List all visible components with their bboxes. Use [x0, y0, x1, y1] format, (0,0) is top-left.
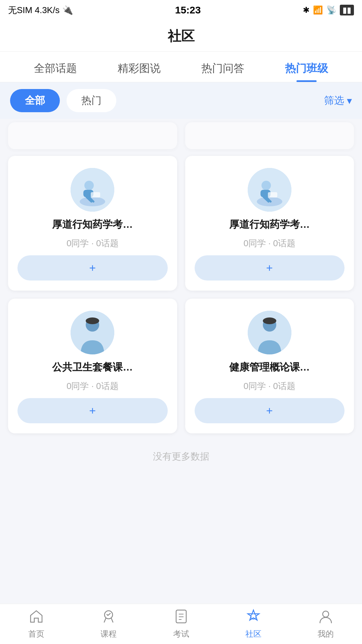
card-join-btn-2[interactable]: + — [17, 398, 168, 423]
class-card-3[interactable]: 健康管理概论课… 0同学 · 0话题 + — [185, 299, 354, 433]
cards-grid: 厚道行知药学考… 0同学 · 0话题 + 厚道行知药学考… 0同学 · 0话题 … — [0, 149, 362, 443]
card-join-btn-1[interactable]: + — [195, 255, 345, 281]
plus-icon-2: + — [89, 404, 96, 417]
card-meta-1: 0同学 · 0话题 — [243, 238, 295, 249]
chevron-down-icon: ▾ — [347, 95, 352, 106]
tab-featured-pics[interactable]: 精彩图说 — [97, 52, 181, 82]
card-avatar-0 — [71, 168, 114, 212]
card-meta-3: 0同学 · 0话题 — [243, 380, 295, 392]
home-icon — [29, 609, 44, 627]
filter-bar: 全部 热门 筛选 ▾ — [0, 82, 362, 119]
card-title-2: 公共卫生套餐课… — [52, 360, 133, 374]
svg-point-19 — [263, 317, 276, 324]
svg-point-16 — [86, 317, 99, 324]
page-title: 社区 — [0, 27, 362, 45]
nav-courses[interactable]: 课程 — [72, 605, 145, 643]
nav-mine[interactable]: 我的 — [290, 605, 362, 643]
svg-rect-11 — [268, 192, 277, 198]
plus-icon-3: + — [266, 404, 273, 417]
courses-icon — [101, 609, 116, 627]
plus-icon-0: + — [89, 261, 96, 274]
signal-icon: 📶 — [313, 5, 323, 15]
nav-courses-label: 课程 — [100, 629, 117, 639]
card-title-3: 健康管理概论课… — [229, 360, 310, 374]
tabs-bar: 全部话题 精彩图说 热门问答 热门班级 — [0, 52, 362, 82]
nav-community[interactable]: 社区 — [217, 605, 289, 643]
tab-all-topics[interactable]: 全部话题 — [13, 52, 97, 82]
nav-exam-label: 考试 — [173, 629, 189, 639]
card-meta-0: 0同学 · 0话题 — [67, 238, 119, 249]
carrier-text: 无SIM 4.3K/s — [8, 4, 59, 16]
nav-community-label: 社区 — [245, 629, 262, 639]
class-card-1[interactable]: 厚道行知药学考… 0同学 · 0话题 + — [185, 156, 354, 291]
bottom-nav: 首页 课程 考试 社区 — [0, 604, 362, 644]
class-card-2[interactable]: 公共卫生套餐课… 0同学 · 0话题 + — [8, 299, 177, 433]
card-title-1: 厚道行知药学考… — [229, 218, 310, 231]
filter-all-btn[interactable]: 全部 — [10, 89, 60, 112]
status-time: 15:23 — [175, 4, 201, 16]
tab-hot-class[interactable]: 热门班级 — [265, 52, 349, 82]
filter-label: 筛选 — [324, 94, 344, 108]
nav-mine-label: 我的 — [318, 629, 334, 639]
card-join-btn-0[interactable]: + — [17, 255, 168, 281]
nav-home[interactable]: 首页 — [0, 605, 72, 643]
usb-icon: 🔌 — [62, 5, 73, 15]
community-icon — [246, 609, 261, 627]
exam-icon — [173, 609, 189, 627]
card-partial-right — [185, 122, 354, 149]
plus-icon-1: + — [266, 261, 273, 274]
nav-exam[interactable]: 考试 — [145, 605, 217, 643]
battery-icon: ▮▮ — [340, 5, 354, 15]
wifi-icon: 📡 — [326, 5, 336, 15]
svg-point-26 — [323, 611, 329, 617]
status-right: ✱ 📶 📡 ▮▮ — [303, 5, 354, 15]
card-avatar-2 — [71, 311, 114, 354]
card-title-0: 厚道行知药学考… — [52, 218, 133, 231]
tab-hot-qa[interactable]: 热门问答 — [181, 52, 265, 82]
card-avatar-3 — [248, 311, 291, 354]
card-avatar-1 — [248, 168, 291, 212]
bluetooth-icon: ✱ — [303, 5, 310, 15]
page-title-bar: 社区 — [0, 20, 362, 52]
filter-hot-btn[interactable]: 热门 — [67, 89, 116, 112]
card-partial-left — [8, 122, 177, 149]
nav-home-label: 首页 — [28, 629, 44, 639]
status-bar: 无SIM 4.3K/s 🔌 15:23 ✱ 📶 📡 ▮▮ — [0, 0, 362, 20]
no-more-data: 没有更多数据 — [0, 443, 362, 476]
status-left: 无SIM 4.3K/s 🔌 — [8, 4, 73, 16]
svg-point-9 — [262, 181, 271, 190]
card-join-btn-3[interactable]: + — [195, 398, 345, 423]
svg-point-2 — [84, 181, 94, 190]
card-meta-2: 0同学 · 0话题 — [67, 380, 119, 392]
svg-rect-4 — [91, 192, 100, 198]
class-card-0[interactable]: 厚道行知药学考… 0同学 · 0话题 + — [8, 156, 177, 291]
filter-dropdown-btn[interactable]: 筛选 ▾ — [324, 94, 352, 108]
svg-point-25 — [251, 614, 256, 619]
mine-icon — [318, 609, 333, 627]
